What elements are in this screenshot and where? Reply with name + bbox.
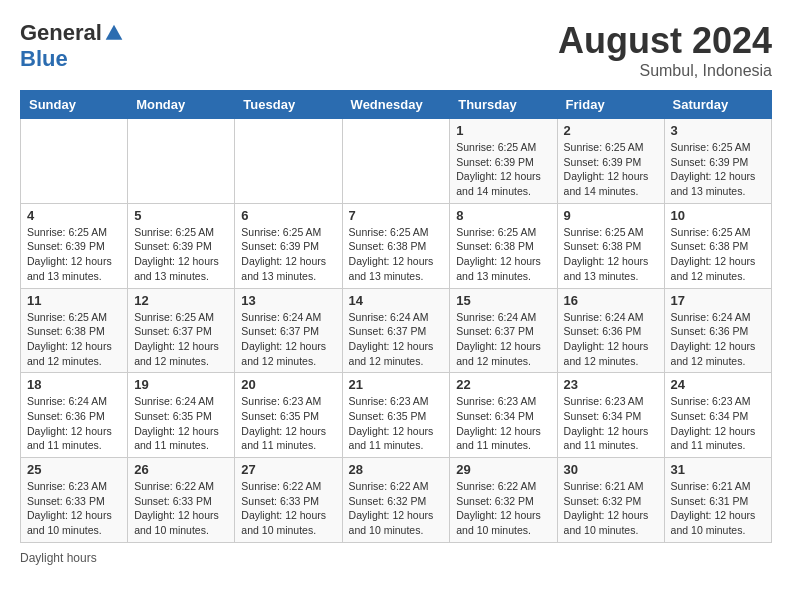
calendar-week-row: 1Sunrise: 6:25 AM Sunset: 6:39 PM Daylig…: [21, 119, 772, 204]
day-info: Sunrise: 6:24 AM Sunset: 6:37 PM Dayligh…: [456, 310, 550, 369]
day-number: 14: [349, 293, 444, 308]
calendar-cell: 30Sunrise: 6:21 AM Sunset: 6:32 PM Dayli…: [557, 458, 664, 543]
day-info: Sunrise: 6:23 AM Sunset: 6:34 PM Dayligh…: [456, 394, 550, 453]
calendar-cell: 14Sunrise: 6:24 AM Sunset: 6:37 PM Dayli…: [342, 288, 450, 373]
day-number: 1: [456, 123, 550, 138]
calendar-day-header: Tuesday: [235, 91, 342, 119]
day-info: Sunrise: 6:25 AM Sunset: 6:39 PM Dayligh…: [241, 225, 335, 284]
day-info: Sunrise: 6:24 AM Sunset: 6:36 PM Dayligh…: [671, 310, 765, 369]
calendar-day-header: Thursday: [450, 91, 557, 119]
day-info: Sunrise: 6:25 AM Sunset: 6:39 PM Dayligh…: [564, 140, 658, 199]
title-area: August 2024 Sumbul, Indonesia: [558, 20, 772, 80]
day-number: 20: [241, 377, 335, 392]
logo-blue-text: Blue: [20, 46, 68, 71]
day-number: 11: [27, 293, 121, 308]
calendar-cell: 26Sunrise: 6:22 AM Sunset: 6:33 PM Dayli…: [128, 458, 235, 543]
calendar-cell: 19Sunrise: 6:24 AM Sunset: 6:35 PM Dayli…: [128, 373, 235, 458]
logo-general-text: General: [20, 20, 102, 46]
calendar-cell: 16Sunrise: 6:24 AM Sunset: 6:36 PM Dayli…: [557, 288, 664, 373]
calendar-cell: 25Sunrise: 6:23 AM Sunset: 6:33 PM Dayli…: [21, 458, 128, 543]
day-number: 9: [564, 208, 658, 223]
day-number: 22: [456, 377, 550, 392]
calendar-cell: 28Sunrise: 6:22 AM Sunset: 6:32 PM Dayli…: [342, 458, 450, 543]
day-number: 15: [456, 293, 550, 308]
month-year-title: August 2024: [558, 20, 772, 62]
day-number: 4: [27, 208, 121, 223]
calendar-cell: 11Sunrise: 6:25 AM Sunset: 6:38 PM Dayli…: [21, 288, 128, 373]
calendar-week-row: 18Sunrise: 6:24 AM Sunset: 6:36 PM Dayli…: [21, 373, 772, 458]
day-number: 29: [456, 462, 550, 477]
day-number: 17: [671, 293, 765, 308]
day-number: 24: [671, 377, 765, 392]
day-info: Sunrise: 6:25 AM Sunset: 6:39 PM Dayligh…: [27, 225, 121, 284]
day-number: 5: [134, 208, 228, 223]
calendar-cell: 20Sunrise: 6:23 AM Sunset: 6:35 PM Dayli…: [235, 373, 342, 458]
location-subtitle: Sumbul, Indonesia: [558, 62, 772, 80]
calendar-header-row: SundayMondayTuesdayWednesdayThursdayFrid…: [21, 91, 772, 119]
day-number: 2: [564, 123, 658, 138]
day-info: Sunrise: 6:25 AM Sunset: 6:39 PM Dayligh…: [671, 140, 765, 199]
day-number: 16: [564, 293, 658, 308]
day-info: Sunrise: 6:25 AM Sunset: 6:38 PM Dayligh…: [349, 225, 444, 284]
calendar-cell: [21, 119, 128, 204]
day-info: Sunrise: 6:23 AM Sunset: 6:34 PM Dayligh…: [671, 394, 765, 453]
calendar-cell: 31Sunrise: 6:21 AM Sunset: 6:31 PM Dayli…: [664, 458, 771, 543]
day-info: Sunrise: 6:25 AM Sunset: 6:39 PM Dayligh…: [456, 140, 550, 199]
day-info: Sunrise: 6:24 AM Sunset: 6:37 PM Dayligh…: [349, 310, 444, 369]
day-info: Sunrise: 6:22 AM Sunset: 6:32 PM Dayligh…: [349, 479, 444, 538]
day-info: Sunrise: 6:25 AM Sunset: 6:38 PM Dayligh…: [456, 225, 550, 284]
header: General Blue August 2024 Sumbul, Indones…: [20, 20, 772, 80]
day-number: 25: [27, 462, 121, 477]
calendar-week-row: 25Sunrise: 6:23 AM Sunset: 6:33 PM Dayli…: [21, 458, 772, 543]
calendar-cell: 17Sunrise: 6:24 AM Sunset: 6:36 PM Dayli…: [664, 288, 771, 373]
calendar-day-header: Monday: [128, 91, 235, 119]
day-number: 3: [671, 123, 765, 138]
day-info: Sunrise: 6:25 AM Sunset: 6:38 PM Dayligh…: [27, 310, 121, 369]
day-number: 10: [671, 208, 765, 223]
calendar-cell: 18Sunrise: 6:24 AM Sunset: 6:36 PM Dayli…: [21, 373, 128, 458]
calendar-cell: 29Sunrise: 6:22 AM Sunset: 6:32 PM Dayli…: [450, 458, 557, 543]
calendar-cell: [128, 119, 235, 204]
calendar-cell: 1Sunrise: 6:25 AM Sunset: 6:39 PM Daylig…: [450, 119, 557, 204]
day-number: 7: [349, 208, 444, 223]
calendar-week-row: 4Sunrise: 6:25 AM Sunset: 6:39 PM Daylig…: [21, 203, 772, 288]
calendar-cell: 3Sunrise: 6:25 AM Sunset: 6:39 PM Daylig…: [664, 119, 771, 204]
day-info: Sunrise: 6:25 AM Sunset: 6:38 PM Dayligh…: [564, 225, 658, 284]
calendar-cell: 13Sunrise: 6:24 AM Sunset: 6:37 PM Dayli…: [235, 288, 342, 373]
day-info: Sunrise: 6:23 AM Sunset: 6:33 PM Dayligh…: [27, 479, 121, 538]
day-info: Sunrise: 6:21 AM Sunset: 6:32 PM Dayligh…: [564, 479, 658, 538]
calendar-cell: 2Sunrise: 6:25 AM Sunset: 6:39 PM Daylig…: [557, 119, 664, 204]
calendar-cell: 24Sunrise: 6:23 AM Sunset: 6:34 PM Dayli…: [664, 373, 771, 458]
day-info: Sunrise: 6:25 AM Sunset: 6:39 PM Dayligh…: [134, 225, 228, 284]
day-info: Sunrise: 6:23 AM Sunset: 6:35 PM Dayligh…: [241, 394, 335, 453]
day-number: 19: [134, 377, 228, 392]
calendar-cell: 9Sunrise: 6:25 AM Sunset: 6:38 PM Daylig…: [557, 203, 664, 288]
day-number: 31: [671, 462, 765, 477]
calendar-cell: 5Sunrise: 6:25 AM Sunset: 6:39 PM Daylig…: [128, 203, 235, 288]
day-info: Sunrise: 6:22 AM Sunset: 6:33 PM Dayligh…: [241, 479, 335, 538]
day-number: 8: [456, 208, 550, 223]
day-info: Sunrise: 6:23 AM Sunset: 6:35 PM Dayligh…: [349, 394, 444, 453]
calendar-day-header: Saturday: [664, 91, 771, 119]
day-info: Sunrise: 6:24 AM Sunset: 6:37 PM Dayligh…: [241, 310, 335, 369]
day-number: 23: [564, 377, 658, 392]
day-number: 6: [241, 208, 335, 223]
calendar-cell: 6Sunrise: 6:25 AM Sunset: 6:39 PM Daylig…: [235, 203, 342, 288]
calendar-cell: [342, 119, 450, 204]
day-number: 26: [134, 462, 228, 477]
day-number: 21: [349, 377, 444, 392]
calendar-cell: 23Sunrise: 6:23 AM Sunset: 6:34 PM Dayli…: [557, 373, 664, 458]
day-info: Sunrise: 6:25 AM Sunset: 6:37 PM Dayligh…: [134, 310, 228, 369]
day-number: 13: [241, 293, 335, 308]
day-info: Sunrise: 6:24 AM Sunset: 6:36 PM Dayligh…: [564, 310, 658, 369]
calendar-day-header: Wednesday: [342, 91, 450, 119]
day-info: Sunrise: 6:24 AM Sunset: 6:35 PM Dayligh…: [134, 394, 228, 453]
day-number: 28: [349, 462, 444, 477]
day-info: Sunrise: 6:25 AM Sunset: 6:38 PM Dayligh…: [671, 225, 765, 284]
day-number: 30: [564, 462, 658, 477]
calendar-cell: 8Sunrise: 6:25 AM Sunset: 6:38 PM Daylig…: [450, 203, 557, 288]
day-number: 12: [134, 293, 228, 308]
calendar-cell: 22Sunrise: 6:23 AM Sunset: 6:34 PM Dayli…: [450, 373, 557, 458]
daylight-label: Daylight hours: [20, 551, 97, 565]
calendar-cell: 27Sunrise: 6:22 AM Sunset: 6:33 PM Dayli…: [235, 458, 342, 543]
